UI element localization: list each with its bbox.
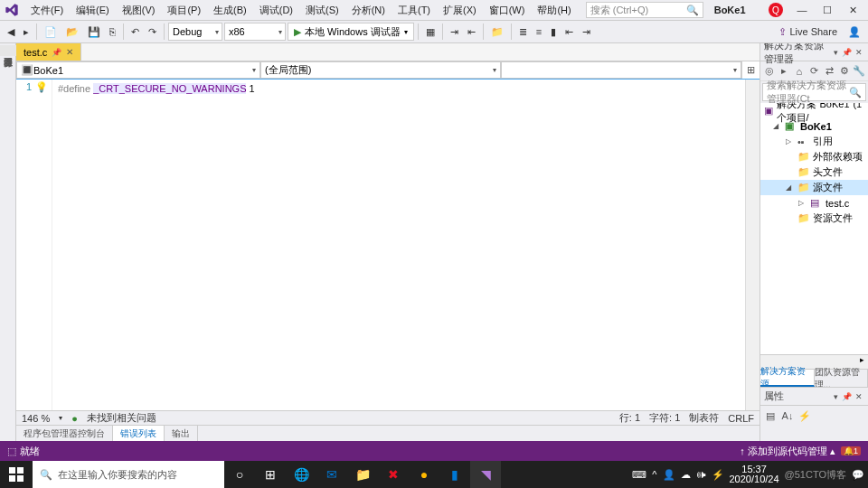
project-combo[interactable]: 🔳 BoKe1 [16,61,260,79]
code-editor[interactable]: 1 💡 #define _CRT_SECURE_NO_WARNINGS 1 [16,80,760,410]
minimize-button[interactable]: — [790,2,814,18]
expand-icon[interactable]: ◢ [773,122,782,130]
menu-window[interactable]: 窗口(W) [484,1,531,20]
tab-output[interactable]: 输出 [165,426,198,441]
sol-fwd-icon[interactable]: ▸ [778,63,792,80]
server-explorer-tab[interactable]: 服务器资源管理器 [0,45,16,56]
visualstudio-icon[interactable]: ◥ [470,461,501,488]
sol-back-icon[interactable]: ◎ [762,63,777,80]
zoom-level[interactable]: 146 % [22,413,50,424]
sol-home-icon[interactable]: ⌂ [792,63,807,80]
notification-badge[interactable]: 🔔1 [841,446,861,455]
tab-pkgmgr[interactable]: 程序包管理器控制台 [16,426,113,441]
prop-categorize-icon[interactable]: ▤ [762,408,778,424]
pin-icon[interactable]: 📌 [52,48,61,57]
mail-icon[interactable]: ✉ [316,461,347,488]
panel-dropdown-icon[interactable]: ▾ [832,392,840,401]
nav-fwd-button[interactable]: ▸ [20,22,33,42]
sol-wrench-icon[interactable]: 🔧 [852,63,866,80]
resources-node[interactable]: 📁资源文件 [760,211,868,226]
account-icon[interactable]: 👤 [844,22,864,42]
split-editor-icon[interactable]: ⊞ [741,61,760,79]
menu-extensions[interactable]: 扩展(X) [438,1,482,20]
notification-icon[interactable]: Q [769,3,783,17]
app-red-icon[interactable]: ✖ [378,461,409,488]
maximize-button[interactable]: ☐ [816,2,839,18]
solution-search[interactable]: 搜索解决方案资源管理器(Ct 🔍 [762,83,866,101]
tb-comment-icon[interactable]: ≣ [515,22,531,42]
tb-step-icon[interactable]: ⇥ [447,22,462,42]
notification-center-icon[interactable]: 💬 [852,469,864,481]
menu-debug[interactable]: 调试(D) [254,1,298,20]
sources-node[interactable]: ◢📁源文件 [760,180,868,195]
new-button[interactable]: 📄 [41,22,61,42]
tray-chevron-icon[interactable]: ^ [652,469,656,480]
expand-icon[interactable]: ▷ [786,137,795,145]
scope-combo[interactable]: (全局范围) [260,61,501,79]
start-debug-button[interactable]: ▶ 本地 Windows 调试器 ▾ [288,23,414,41]
keyboard-icon[interactable]: ⌨ [632,469,646,481]
code-content[interactable]: #define _CRT_SECURE_NO_WARNINGS 1 [52,80,745,410]
prop-events-icon[interactable]: ⚡ [797,408,813,424]
tb-hex-icon[interactable]: ▦ [422,22,439,42]
file-tab-testc[interactable]: test.c 📌 ✕ [16,43,81,61]
expand-icon[interactable]: ▷ [798,199,807,207]
file-testc-node[interactable]: ▷▤test.c [760,195,868,211]
sol-refresh-icon[interactable]: ⟳ [807,63,822,80]
panel-pin-icon[interactable]: 📌 [840,392,854,401]
tb-indent2-icon[interactable]: ⇥ [579,22,594,42]
panel-close-icon[interactable]: ✕ [854,392,864,401]
cortana-icon[interactable]: ○ [224,461,255,488]
taskbar-search[interactable]: 🔍 在这里输入你要搜索的内容 [33,461,224,488]
tray-people-icon[interactable]: 👤 [663,469,675,481]
sol-sync-icon[interactable]: ⇄ [822,63,836,80]
lightbulb-icon[interactable]: 💡 [35,81,48,410]
save-button[interactable]: 💾 [84,22,104,42]
tab-team-explorer[interactable]: 团队资源管理... [815,370,869,387]
panel-close-icon[interactable]: ✕ [854,48,864,57]
prop-sort-icon[interactable]: A↓ [779,408,796,424]
menu-build[interactable]: 生成(B) [208,1,252,20]
menu-tools[interactable]: 工具(T) [392,1,436,20]
taskview-icon[interactable]: ⊞ [255,461,286,488]
liveshare-button[interactable]: ⇪ Live Share [773,26,843,38]
taskbar-clock[interactable]: 15:37 2020/10/24 [730,465,779,484]
platform-combo[interactable]: x86 [224,23,286,41]
start-button[interactable] [0,461,33,488]
nav-back-button[interactable]: ◀ [4,22,18,42]
solution-node[interactable]: ▣解决方案"BoKe1"(1 个项目/ [760,103,868,118]
source-control-text[interactable]: ↑ 添加到源代码管理 ▴ [740,445,835,458]
quick-search[interactable]: 搜索 (Ctrl+Q) 🔍 [586,2,703,18]
sol-filter-icon[interactable]: ⚙ [837,63,852,80]
close-button[interactable]: ✕ [841,2,864,18]
menu-edit[interactable]: 编辑(E) [71,1,115,20]
tray-wifi-icon[interactable]: 🕪 [696,469,706,480]
explorer-icon[interactable]: 📁 [347,461,378,488]
close-tab-icon[interactable]: ✕ [66,47,73,57]
expand-icon[interactable]: ◢ [786,183,795,192]
tb-bookmark-icon[interactable]: ▮ [547,22,560,42]
app-blue-icon[interactable]: ▮ [439,461,470,488]
tab-errorlist[interactable]: 错误列表 [113,426,165,441]
menu-view[interactable]: 视图(V) [117,1,161,20]
menu-file[interactable]: 文件(F) [25,1,69,20]
config-combo[interactable]: Debug [168,23,222,41]
member-combo[interactable] [501,61,741,79]
tray-cloud-icon[interactable]: ☁ [681,469,691,481]
menu-project[interactable]: 项目(P) [162,1,206,20]
tb-indent-icon[interactable]: ⇤ [464,22,479,42]
references-node[interactable]: ▷•▪引用 [760,134,868,149]
vertical-scrollbar[interactable] [745,80,760,410]
chrome-icon[interactable]: 🌐 [286,461,316,488]
headers-node[interactable]: 📁头文件 [760,164,868,180]
save-all-button[interactable]: ⎘ [106,22,119,42]
menu-help[interactable]: 帮助(H) [532,1,576,20]
tb-folder-icon[interactable]: 📁 [487,22,507,42]
undo-button[interactable]: ↶ [127,22,143,42]
tray-battery-icon[interactable]: ⚡ [712,469,724,481]
panel-pin-icon[interactable]: 📌 [840,48,854,57]
panel-dropdown-icon[interactable]: ▾ [832,48,840,57]
menu-test[interactable]: 测试(S) [300,1,344,20]
solution-tree[interactable]: ▣解决方案"BoKe1"(1 个项目/ ◢▣BoKe1 ▷•▪引用 📁外部依赖项… [760,103,868,354]
tb-uncomment-icon[interactable]: ≡ [533,22,545,42]
